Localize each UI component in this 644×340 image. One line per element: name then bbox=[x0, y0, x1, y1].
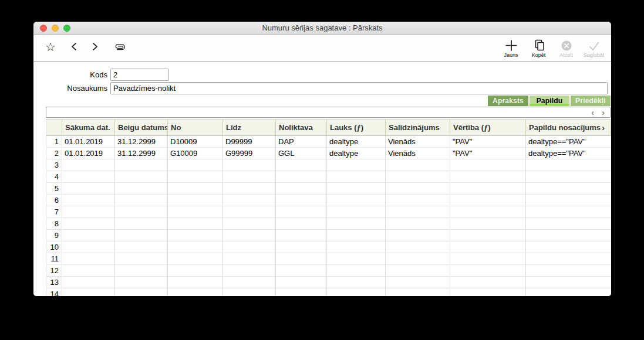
nosaukums-input[interactable] bbox=[110, 82, 608, 94]
formula-bar[interactable]: ‹ › bbox=[46, 107, 611, 118]
table-cell[interactable]: Vienāds bbox=[386, 136, 450, 147]
table-cell[interactable] bbox=[62, 253, 115, 264]
table-cell[interactable] bbox=[223, 230, 276, 241]
kopt-button[interactable]: Kopēt bbox=[525, 37, 552, 58]
table-cell[interactable] bbox=[223, 277, 276, 288]
table-cell[interactable] bbox=[276, 206, 327, 217]
table-cell[interactable]: D99999 bbox=[223, 136, 276, 147]
row-number[interactable]: 2 bbox=[46, 148, 62, 159]
tab-priedēkļi[interactable]: Priedēkļi bbox=[571, 96, 611, 106]
table-cell[interactable] bbox=[223, 159, 276, 171]
back-icon[interactable] bbox=[71, 42, 77, 51]
table-cell[interactable] bbox=[62, 230, 115, 241]
table-cell[interactable] bbox=[386, 242, 450, 253]
table-cell[interactable] bbox=[62, 218, 115, 229]
table-cell[interactable] bbox=[223, 171, 276, 182]
table-cell[interactable] bbox=[450, 195, 526, 206]
table-cell[interactable] bbox=[115, 230, 168, 241]
jauns-button[interactable]: Jauns bbox=[497, 37, 525, 58]
table-cell[interactable] bbox=[276, 171, 327, 182]
table-cell[interactable]: DAP bbox=[276, 136, 327, 147]
table-cell[interactable] bbox=[115, 159, 168, 171]
table-cell[interactable] bbox=[386, 230, 450, 241]
table-cell[interactable] bbox=[168, 253, 223, 264]
table-cell[interactable] bbox=[276, 277, 327, 288]
kods-input[interactable] bbox=[110, 69, 169, 81]
table-cell[interactable] bbox=[115, 171, 168, 182]
table-cell[interactable] bbox=[526, 206, 611, 217]
row-number[interactable]: 13 bbox=[46, 277, 62, 288]
table-cell[interactable] bbox=[115, 183, 168, 194]
table-cell[interactable] bbox=[276, 195, 327, 206]
favorite-star-icon[interactable]: ☆ bbox=[45, 41, 56, 53]
table-cell[interactable] bbox=[450, 288, 526, 296]
table-cell[interactable] bbox=[450, 183, 526, 194]
table-cell[interactable] bbox=[62, 265, 115, 276]
attachment-icon[interactable] bbox=[113, 43, 127, 51]
table-cell[interactable]: G99999 bbox=[223, 148, 276, 159]
table-cell[interactable] bbox=[168, 159, 223, 171]
table-cell[interactable] bbox=[327, 171, 386, 182]
table-cell[interactable] bbox=[168, 265, 223, 276]
table-cell[interactable] bbox=[526, 288, 611, 296]
table-cell[interactable] bbox=[327, 242, 386, 253]
table-cell[interactable]: 01.01.2019 bbox=[62, 148, 115, 159]
table-cell[interactable] bbox=[327, 230, 386, 241]
table-cell[interactable] bbox=[62, 288, 115, 296]
row-number[interactable]: 11 bbox=[46, 253, 62, 264]
table-cell[interactable] bbox=[223, 265, 276, 276]
table-cell[interactable] bbox=[223, 253, 276, 264]
row-number[interactable]: 7 bbox=[46, 206, 62, 217]
table-cell[interactable] bbox=[223, 206, 276, 217]
row-number[interactable]: 4 bbox=[46, 171, 62, 182]
table-cell[interactable] bbox=[386, 159, 450, 171]
table-cell[interactable]: dealtype=="PAV" bbox=[526, 136, 611, 147]
table-cell[interactable] bbox=[168, 288, 223, 296]
row-number[interactable]: 10 bbox=[46, 242, 62, 253]
table-cell[interactable] bbox=[276, 159, 327, 171]
table-cell[interactable]: "PAV" bbox=[450, 148, 526, 159]
table-cell[interactable] bbox=[276, 183, 327, 194]
table-cell[interactable] bbox=[276, 265, 327, 276]
table-cell[interactable] bbox=[62, 171, 115, 182]
table-cell[interactable] bbox=[450, 277, 526, 288]
table-cell[interactable] bbox=[386, 288, 450, 296]
table-cell[interactable] bbox=[327, 277, 386, 288]
saglabt-button[interactable]: Saglabāt bbox=[580, 37, 608, 58]
table-cell[interactable] bbox=[168, 277, 223, 288]
table-cell[interactable] bbox=[168, 242, 223, 253]
tab-papildu[interactable]: Papildu bbox=[530, 96, 569, 106]
table-cell[interactable]: Vienāds bbox=[386, 148, 450, 159]
table-cell[interactable] bbox=[450, 206, 526, 217]
forward-icon[interactable] bbox=[92, 42, 98, 51]
table-cell[interactable] bbox=[115, 277, 168, 288]
table-cell[interactable]: dealtype bbox=[327, 148, 386, 159]
table-cell[interactable] bbox=[62, 195, 115, 206]
zoom-button[interactable] bbox=[63, 25, 70, 32]
table-cell[interactable] bbox=[327, 218, 386, 229]
table-cell[interactable] bbox=[115, 206, 168, 217]
table-cell[interactable]: dealtype bbox=[327, 136, 386, 147]
table-cell[interactable] bbox=[386, 253, 450, 264]
table-cell[interactable] bbox=[526, 183, 611, 194]
table-cell[interactable] bbox=[386, 265, 450, 276]
row-number[interactable]: 3 bbox=[46, 159, 62, 171]
table-cell[interactable] bbox=[115, 253, 168, 264]
table-cell[interactable] bbox=[276, 288, 327, 296]
table-cell[interactable] bbox=[223, 218, 276, 229]
atcelt-button[interactable]: Atcelt bbox=[552, 37, 580, 58]
table-cell[interactable]: dealtype=="PAV" bbox=[526, 148, 611, 159]
table-cell[interactable] bbox=[526, 218, 611, 229]
table-cell[interactable] bbox=[168, 195, 223, 206]
table-cell[interactable] bbox=[327, 265, 386, 276]
table-cell[interactable] bbox=[450, 159, 526, 171]
more-columns-icon[interactable]: › bbox=[602, 120, 605, 136]
table-cell[interactable] bbox=[276, 230, 327, 241]
table-cell[interactable] bbox=[223, 195, 276, 206]
table-cell[interactable] bbox=[168, 183, 223, 194]
table-cell[interactable] bbox=[168, 206, 223, 217]
table-cell[interactable] bbox=[327, 159, 386, 171]
row-number[interactable]: 1 bbox=[46, 136, 62, 147]
table-cell[interactable] bbox=[168, 218, 223, 229]
table-cell[interactable] bbox=[327, 195, 386, 206]
